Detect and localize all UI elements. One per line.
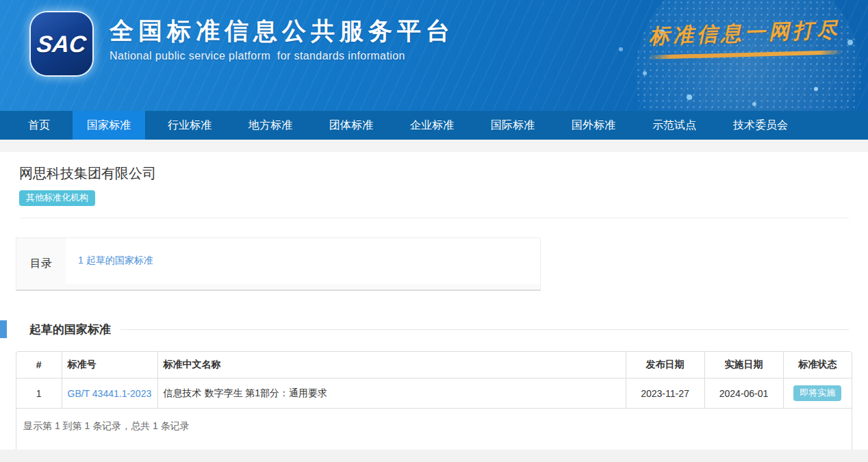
nav-item-foreign-standards[interactable]: 国外标准 (557, 111, 630, 140)
page: SAC 全国标准信息公共服务平台 National public service… (0, 0, 868, 462)
standards-table: # 标准号 标准中文名称 发布日期 实施日期 标准状态 1 GB/T 43441… (16, 352, 852, 409)
site-header: SAC 全国标准信息公共服务平台 National public service… (0, 0, 868, 111)
cell-publish-date: 2023-11-27 (626, 378, 704, 409)
spark-dots-decoration (0, 0, 3, 3)
table-record-summary: 显示第 1 到第 1 条记录，总共 1 条记录 (16, 409, 852, 450)
col-header-index: # (16, 352, 62, 378)
bottom-band (0, 450, 868, 462)
site-subtitle: National public service platform for sta… (110, 50, 455, 62)
nav-item-national-standards[interactable]: 国家标准 (73, 111, 145, 140)
col-header-implement-date: 实施日期 (704, 352, 783, 378)
toc-link-drafted-national-standards[interactable]: 1 起草的国家标准 (78, 255, 153, 266)
col-header-status: 标准状态 (783, 352, 852, 378)
toc-panel: 目录 1 起草的国家标准 (16, 238, 541, 291)
standards-table-panel: # 标准号 标准中文名称 发布日期 实施日期 标准状态 1 GB/T 43441… (16, 351, 852, 450)
nav-item-group-standards[interactable]: 团体标准 (315, 111, 387, 140)
cell-implement-date: 2024-06-01 (704, 378, 783, 409)
divider (21, 218, 849, 218)
org-type-badge: 其他标准化机构 (19, 190, 95, 206)
cell-index: 1 (16, 378, 62, 409)
cell-name-cn: 信息技术 数字孪生 第1部分：通用要求 (157, 378, 626, 409)
main-nav: 首页 国家标准 行业标准 地方标准 团体标准 企业标准 国际标准 国外标准 示范… (0, 111, 868, 140)
slogan: 标准信息一网打尽 (642, 19, 847, 57)
nav-item-enterprise-standards[interactable]: 企业标准 (396, 111, 468, 140)
cell-std-no: GB/T 43441.1-2023 (62, 378, 157, 409)
nav-item-international-standards[interactable]: 国际标准 (476, 111, 549, 140)
sac-logo-text: SAC (36, 31, 88, 57)
nav-item-local-standards[interactable]: 地方标准 (234, 111, 307, 140)
table-row: 1 GB/T 43441.1-2023 信息技术 数字孪生 第1部分：通用要求 … (16, 378, 852, 409)
cell-status: 即将实施 (783, 378, 852, 409)
nav-item-technical-committee[interactable]: 技术委员会 (719, 111, 802, 140)
col-header-std-no: 标准号 (62, 352, 157, 378)
slogan-text: 标准信息一网打尽 (641, 16, 847, 51)
nav-item-home[interactable]: 首页 (14, 111, 64, 140)
main-nav-list: 首页 国家标准 行业标准 地方标准 团体标准 企业标准 国际标准 国外标准 示范… (0, 111, 868, 140)
section-header: 起草的国家标准 (0, 320, 868, 339)
col-header-publish-date: 发布日期 (626, 352, 704, 378)
main-content: 网思科技集团有限公司 其他标准化机构 目录 1 起草的国家标准 起草的国家标准 … (0, 152, 868, 450)
nav-item-industry-standards[interactable]: 行业标准 (153, 111, 226, 140)
std-no-link[interactable]: GB/T 43441.1-2023 (68, 388, 152, 399)
col-header-name-cn: 标准中文名称 (157, 352, 626, 378)
nav-item-pilot-demo[interactable]: 示范试点 (638, 111, 711, 140)
org-name: 网思科技集团有限公司 (19, 164, 868, 182)
section-rule (120, 329, 849, 330)
section-marker (0, 320, 7, 338)
toc-content: 1 起草的国家标准 (66, 238, 540, 284)
table-header-row: # 标准号 标准中文名称 发布日期 实施日期 标准状态 (16, 352, 852, 378)
status-badge: 即将实施 (793, 385, 841, 401)
spacer-band (0, 140, 868, 152)
section-title: 起草的国家标准 (29, 322, 111, 337)
site-title: 全国标准信息公共服务平台 (110, 16, 455, 45)
sac-logo-icon[interactable]: SAC (31, 12, 92, 75)
toc-label: 目录 (16, 238, 66, 290)
site-titles: 全国标准信息公共服务平台 National public service pla… (110, 16, 455, 62)
